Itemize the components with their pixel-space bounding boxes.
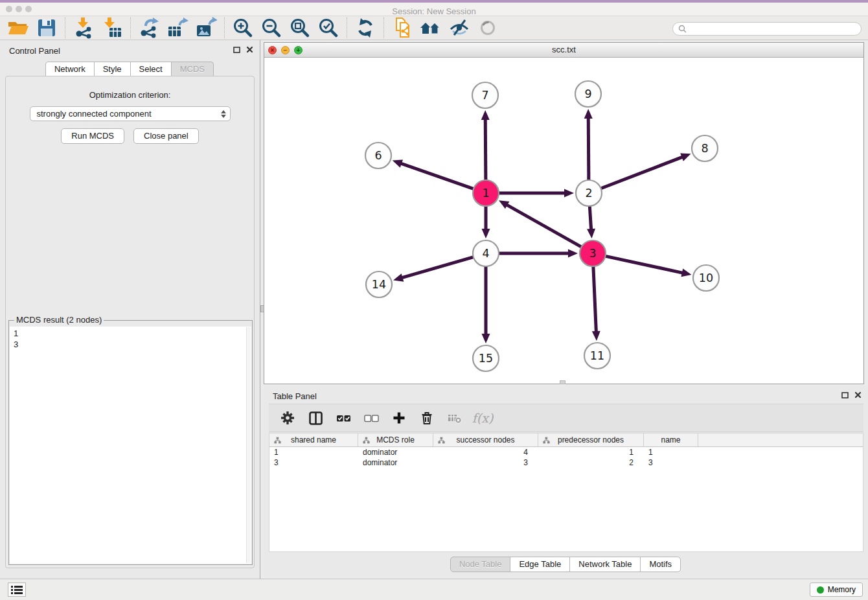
network-close-button[interactable]: × (268, 46, 277, 54)
search-input[interactable] (690, 25, 856, 34)
graph-edge-1-6[interactable] (400, 163, 475, 190)
graph-edge-3-10[interactable] (604, 256, 684, 273)
graph-arrowhead (680, 154, 691, 161)
clone-network-button[interactable] (390, 16, 415, 40)
graph-edge-2-9[interactable] (588, 117, 589, 181)
graph-edge-2-8[interactable] (600, 157, 684, 189)
plus-icon (392, 411, 406, 425)
graph-edge-2-3[interactable] (589, 205, 591, 231)
cell-name[interactable]: 1 (644, 447, 698, 457)
graph-node-label: 9 (584, 87, 591, 100)
table-row[interactable]: 3 dominator 3 2 3 (269, 457, 863, 468)
node-table: shared name MCDS role successor nodes pr… (269, 433, 863, 552)
criterion-dropdown[interactable]: strongly connected component (30, 106, 231, 121)
import-table-button[interactable] (100, 16, 124, 40)
open-session-button[interactable] (6, 16, 30, 40)
memory-button[interactable]: Memory (810, 583, 863, 597)
import-network-button[interactable] (71, 16, 96, 40)
close-panel-button[interactable]: Close panel (133, 128, 199, 144)
float-panel-icon[interactable] (841, 392, 849, 398)
control-panel: Control Panel Network Style Select MCDS … (0, 40, 260, 579)
table-panel: Table Panel f(x) shared name MCDS role s… (264, 386, 868, 577)
graph-edge-4-14[interactable] (401, 257, 475, 278)
export-image-button[interactable] (194, 16, 218, 40)
main-toolbar (0, 16, 868, 40)
trash-icon (420, 411, 434, 425)
result-line: 1 (14, 328, 247, 339)
save-session-button[interactable] (34, 16, 59, 40)
cell-name[interactable]: 3 (644, 457, 698, 468)
table-settings-button[interactable] (279, 410, 296, 426)
column-header-mcds-role[interactable]: MCDS role (358, 433, 433, 446)
graph-node-label: 14 (372, 278, 386, 291)
export-table-button[interactable] (165, 16, 190, 40)
table-tabs: Node Table Edge Table Network Table Moti… (264, 557, 868, 572)
float-panel-icon[interactable] (233, 47, 240, 53)
unchecked-boxes-icon (364, 411, 379, 426)
tab-select[interactable]: Select (130, 62, 172, 77)
deselect-all-button[interactable] (363, 410, 380, 426)
column-header-shared-name[interactable]: shared name (269, 433, 358, 446)
graph-arrowhead (481, 110, 490, 120)
tab-edge-table[interactable]: Edge Table (510, 557, 570, 572)
cell-predecessor-nodes[interactable]: 1 (538, 447, 644, 457)
zoom-in-icon (232, 17, 254, 39)
result-scrollbar[interactable] (246, 327, 251, 563)
refresh-icon (354, 17, 376, 39)
task-history-button[interactable] (8, 583, 26, 597)
first-neighbors-button[interactable] (418, 16, 443, 40)
network-window-titlebar[interactable]: × − + scc.txt (264, 43, 863, 58)
graph-edge-1-7[interactable] (485, 118, 486, 181)
graph-edge-3-11[interactable] (593, 265, 597, 333)
show-hide-graphics-button[interactable] (447, 16, 472, 40)
run-mcds-button[interactable]: Run MCDS (61, 128, 124, 144)
mcds-result-text[interactable]: 1 3 (10, 327, 251, 564)
toolbar-separator (347, 17, 347, 38)
tab-node-table[interactable]: Node Table (450, 557, 511, 572)
delete-row-button[interactable] (418, 410, 435, 426)
zoom-fit-button[interactable] (288, 16, 312, 40)
table-panel-title: Table Panel (273, 391, 317, 401)
cell-mcds-role[interactable]: dominator (358, 457, 433, 468)
tab-mcds[interactable]: MCDS (171, 62, 214, 77)
close-panel-icon[interactable] (854, 391, 862, 398)
select-all-button[interactable] (335, 410, 352, 426)
tab-style[interactable]: Style (94, 62, 131, 77)
apply-layout-button[interactable] (353, 16, 378, 40)
canvas-resize-handle[interactable] (560, 380, 565, 384)
delete-table-icon (448, 411, 462, 425)
graph-node-label: 6 (374, 149, 382, 162)
column-header-predecessor-nodes[interactable]: predecessor nodes (538, 433, 644, 446)
control-panel-title: Control Panel (9, 46, 60, 56)
network-maximize-button[interactable]: + (294, 46, 303, 54)
graph-arrowhead (592, 331, 600, 341)
graph-edge-3-1[interactable] (505, 204, 582, 248)
cell-successor-nodes[interactable]: 4 (433, 447, 538, 457)
add-row-button[interactable] (391, 410, 407, 426)
cell-predecessor-nodes[interactable]: 2 (538, 457, 644, 468)
zoom-in-button[interactable] (231, 16, 255, 40)
column-header-name[interactable]: name (644, 433, 698, 446)
table-row[interactable]: 1 dominator 4 1 1 (269, 447, 863, 457)
network-minimize-button[interactable]: − (281, 46, 290, 54)
zoom-out-icon (260, 17, 282, 39)
network-canvas[interactable]: 7968124314101511 (264, 58, 863, 384)
column-header-successor-nodes[interactable]: successor nodes (433, 433, 538, 446)
cell-shared-name[interactable]: 1 (269, 447, 358, 457)
cell-shared-name[interactable]: 3 (269, 457, 358, 468)
close-panel-icon[interactable] (246, 46, 253, 53)
zoom-selected-button[interactable] (316, 16, 341, 40)
hierarchy-icon (274, 437, 281, 444)
zoom-out-button[interactable] (259, 16, 284, 40)
cell-successor-nodes[interactable]: 3 (433, 457, 538, 468)
table-header-row: shared name MCDS role successor nodes pr… (269, 433, 863, 447)
tab-motifs[interactable]: Motifs (640, 557, 681, 572)
search-field[interactable] (672, 22, 862, 36)
tab-network[interactable]: Network (45, 62, 95, 77)
export-network-button[interactable] (137, 16, 161, 40)
show-columns-button[interactable] (307, 410, 324, 426)
graph-node-label: 1 (482, 187, 489, 200)
graph-arrowhead (587, 229, 595, 238)
cell-mcds-role[interactable]: dominator (358, 447, 433, 457)
tab-network-table[interactable]: Network Table (569, 557, 641, 572)
